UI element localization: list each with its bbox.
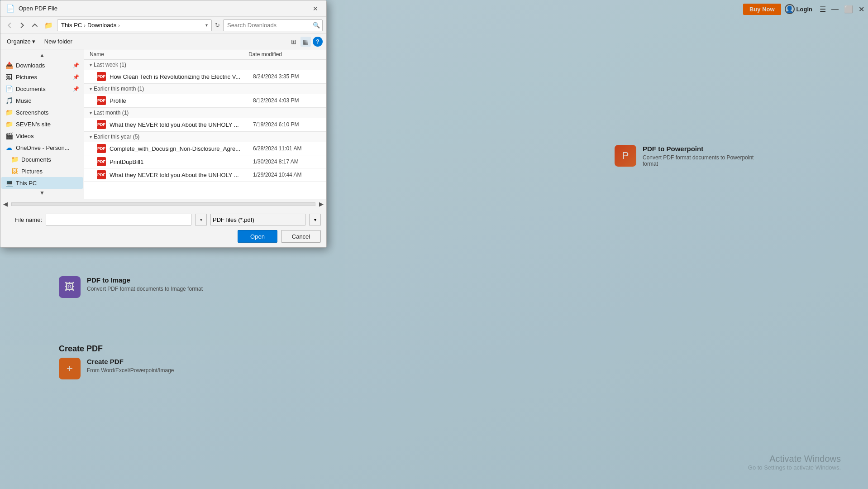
- file-name-4: Complete_with_Docusign_Non-Disclosure_Ag…: [110, 145, 249, 152]
- filetype-select[interactable]: PDF files (*.pdf): [210, 214, 305, 225]
- file-date-6: 1/29/2024 10:44 AM: [253, 172, 321, 178]
- dialog-main: ▲ 📥 Downloads 📌 🖼 Pictures 📌 📄 Documents…: [0, 49, 326, 199]
- col-name[interactable]: Name: [90, 51, 248, 58]
- scroll-right-button[interactable]: ▶: [316, 201, 326, 207]
- group-label-3: Last month (1): [94, 110, 129, 116]
- group-last-month[interactable]: ▾ Last month (1): [84, 108, 326, 118]
- group-label-2: Earlier this month (1): [94, 86, 144, 92]
- forward-button[interactable]: [17, 21, 28, 30]
- sidebar-item-onedrive-documents[interactable]: 📁 Documents: [1, 153, 83, 165]
- onedrive-documents-icon: 📁: [10, 155, 19, 163]
- sidebar-item-pictures[interactable]: 🖼 Pictures 📌: [1, 71, 83, 83]
- sidebar-item-downloads[interactable]: 📥 Downloads 📌: [1, 59, 83, 71]
- pin-icon-documents: 📌: [73, 86, 79, 92]
- sidebar-item-documents[interactable]: 📄 Documents 📌: [1, 83, 83, 95]
- file-date-4: 6/28/2024 11:01 AM: [253, 145, 321, 152]
- sidebar-scroll-down-button[interactable]: ▼: [39, 190, 45, 196]
- view-icons: ⊞ ▦ ?: [289, 37, 323, 47]
- sidebar-item-documents-label: Documents: [16, 86, 46, 92]
- new-folder-button[interactable]: New folder: [42, 37, 75, 46]
- open-file-dialog: 📄 Open PDF File ✕ 📁 This PC › Downloads …: [0, 0, 327, 248]
- file-date-5: 1/30/2024 8:17 AM: [253, 158, 321, 165]
- sidebar-item-onedrive-pictures[interactable]: 🖼 Pictures: [1, 165, 83, 177]
- documents-icon: 📄: [5, 85, 13, 93]
- filename-row: File name: ▾ PDF files (*.pdf) ▾: [6, 214, 321, 225]
- organize-button[interactable]: Organize ▾: [4, 37, 38, 46]
- search-input[interactable]: [223, 19, 323, 31]
- group-chevron-2: ▾: [90, 86, 92, 91]
- breadcrumb-thispc: This PC: [61, 22, 82, 29]
- up-button[interactable]: [29, 21, 40, 30]
- col-date: Date modified: [248, 51, 321, 58]
- filename-label: File name:: [6, 216, 42, 223]
- dialog-app-icon: 📄: [6, 4, 15, 13]
- pdf-icon-1: PDF: [97, 72, 106, 81]
- file-row-1[interactable]: PDF How Clean Tech is Revolutionizing th…: [84, 70, 326, 83]
- sidebar-item-onedrive-documents-label: Documents: [21, 156, 51, 163]
- file-row-3[interactable]: PDF What they NEVER told you About the U…: [84, 118, 326, 131]
- group-label-1: Last week (1): [94, 62, 126, 68]
- videos-icon: 🎬: [5, 132, 13, 140]
- breadcrumb-bar[interactable]: This PC › Downloads › ▾: [57, 19, 212, 31]
- filename-input[interactable]: [46, 214, 191, 225]
- sidebar-item-sevens-site-label: SEVEN's site: [16, 121, 51, 128]
- sevens-site-icon: 📁: [5, 120, 13, 128]
- view-list-button[interactable]: ⊞: [289, 37, 299, 47]
- pictures-icon: 🖼: [5, 73, 13, 81]
- sidebar-scroll-up-button[interactable]: ▲: [39, 52, 45, 58]
- file-row-6[interactable]: PDF What they NEVER told you About the U…: [84, 168, 326, 182]
- help-button[interactable]: ?: [313, 37, 323, 47]
- group-earlier-year[interactable]: ▾ Earlier this year (5): [84, 132, 326, 142]
- file-row-4[interactable]: PDF Complete_with_Docusign_Non-Disclosur…: [84, 142, 326, 155]
- sidebar-item-music[interactable]: 🎵 Music: [1, 95, 83, 106]
- sidebar-item-thispc-label: This PC: [16, 180, 37, 187]
- file-name-3: What they NEVER told you About the UNHOL…: [110, 121, 249, 128]
- file-name-1: How Clean Tech is Revolutionizing the El…: [110, 73, 249, 80]
- breadcrumb-dropdown-icon[interactable]: ▾: [205, 23, 208, 28]
- sidebar-scroll-down: ▼: [0, 189, 84, 197]
- thispc-icon: 💻: [5, 179, 13, 187]
- filelist-header: Name Date modified: [84, 49, 326, 60]
- pdf-icon-2: PDF: [97, 96, 106, 105]
- file-row-2[interactable]: PDF Profile 8/12/2024 4:03 PM: [84, 94, 326, 107]
- sidebar-item-screenshots[interactable]: 📁 Screenshots: [1, 106, 83, 118]
- group-chevron-1: ▾: [90, 62, 92, 67]
- dialog-title: Open PDF File: [19, 5, 57, 12]
- filename-dropdown-button[interactable]: ▾: [195, 214, 207, 225]
- file-date-1: 8/24/2024 3:35 PM: [253, 73, 321, 80]
- filetype-dropdown-button[interactable]: ▾: [309, 214, 321, 225]
- file-name-5: PrintDupBill1: [110, 158, 249, 165]
- dialog-filelist: Name Date modified ▾ Last week (1) PDF H…: [84, 49, 326, 199]
- file-date-2: 8/12/2024 4:03 PM: [253, 97, 321, 104]
- scroll-left-button[interactable]: ◀: [0, 201, 10, 207]
- dialog-bottom: File name: ▾ PDF files (*.pdf) ▾ Open Ca…: [0, 209, 326, 247]
- breadcrumb-downloads: Downloads: [87, 22, 116, 29]
- dialog-titlebar: 📄 Open PDF File ✕: [0, 0, 326, 17]
- dialog-close-button[interactable]: ✕: [310, 3, 321, 14]
- sidebar-item-onedrive[interactable]: ☁ OneDrive - Person...: [1, 142, 83, 153]
- breadcrumb-arrow-2: ›: [118, 23, 120, 28]
- group-chevron-3: ▾: [90, 110, 92, 115]
- pdf-icon-6: PDF: [97, 170, 106, 179]
- group-last-week[interactable]: ▾ Last week (1): [84, 60, 326, 70]
- file-row-5[interactable]: PDF PrintDupBill1 1/30/2024 8:17 AM: [84, 155, 326, 168]
- sidebar-item-onedrive-pictures-label: Pictures: [21, 168, 43, 175]
- onedrive-pictures-icon: 🖼: [10, 167, 19, 175]
- sidebar-item-thispc[interactable]: 💻 This PC: [1, 177, 83, 189]
- group-earlier-month[interactable]: ▾ Earlier this month (1): [84, 84, 326, 94]
- screenshots-icon: 📁: [5, 108, 13, 116]
- view-detail-button[interactable]: ▦: [300, 37, 311, 47]
- sidebar-item-sevens-site[interactable]: 📁 SEVEN's site: [1, 118, 83, 130]
- horizontal-scrollbar[interactable]: [11, 202, 315, 206]
- back-button[interactable]: [4, 21, 15, 30]
- sidebar-item-videos-label: Videos: [16, 133, 34, 139]
- sidebar-item-videos[interactable]: 🎬 Videos: [1, 130, 83, 142]
- cancel-button[interactable]: Cancel: [281, 230, 321, 243]
- group-label-4: Earlier this year (5): [94, 134, 139, 140]
- dialog-toolbar: 📁 This PC › Downloads › ▾ ↻ 🔍: [0, 17, 326, 34]
- downloads-icon: 📥: [5, 61, 13, 69]
- sidebar-scroll-up: ▲: [0, 51, 84, 59]
- open-button[interactable]: Open: [238, 230, 277, 243]
- file-name-2: Profile: [110, 97, 249, 104]
- refresh-button[interactable]: ↻: [214, 20, 221, 30]
